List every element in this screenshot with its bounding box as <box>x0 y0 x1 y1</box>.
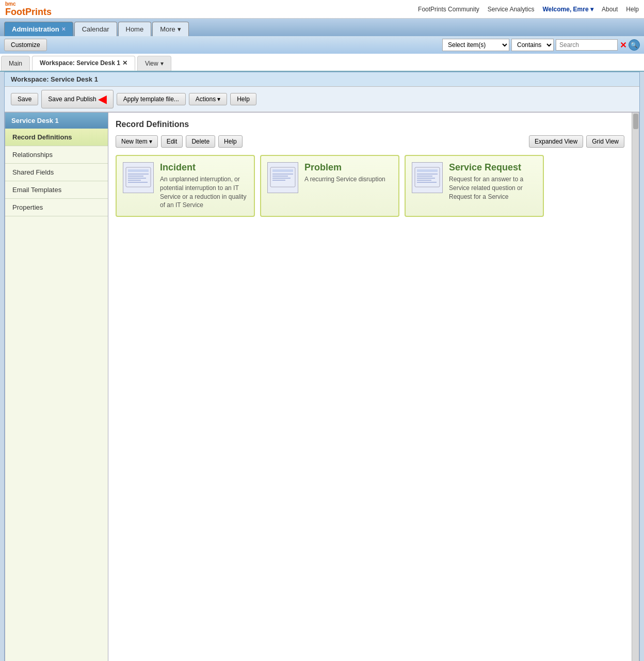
problem-text: Problem A recurring Service disruption <box>304 162 385 184</box>
sidebar-title: Service Desk 1 <box>5 113 108 129</box>
toolbar-row: Customize Select item(s) Contains ✕ 🔍 <box>0 36 644 54</box>
brand-bmc: bmc <box>5 1 52 7</box>
search-go-button[interactable]: 🔍 <box>629 39 640 51</box>
incident-text: Incident An unplanned interruption, or p… <box>160 162 248 210</box>
subtab-view[interactable]: View ▾ <box>137 56 171 71</box>
right-panel: Record Definitions New Item ▾ Edit Delet… <box>108 113 632 661</box>
welcome-user[interactable]: Welcome, Emre ▾ <box>542 6 593 13</box>
card-incident[interactable]: Incident An unplanned interruption, or p… <box>116 155 255 217</box>
action-row: Save Save and Publish ◀ Apply template f… <box>5 87 639 112</box>
cards-grid: Incident An unplanned interruption, or p… <box>116 155 624 217</box>
new-item-button[interactable]: New Item ▾ <box>116 135 158 148</box>
svg-rect-10 <box>272 176 288 177</box>
tab-administration[interactable]: Administration ✕ <box>4 22 73 36</box>
record-actions: New Item ▾ Edit Delete Help Expanded Vie… <box>116 135 624 148</box>
brand-footprints: FootPrints <box>5 7 52 18</box>
sidebar-item-email-templates[interactable]: Email Templates <box>5 181 108 199</box>
grid-view-button[interactable]: Grid View <box>586 135 624 148</box>
breadcrumb: Workspace: Service Desk 1 <box>5 72 639 87</box>
help-button[interactable]: Help <box>230 93 256 105</box>
top-nav-links: FootPrints Community Service Analytics W… <box>418 6 639 13</box>
svg-rect-16 <box>417 176 432 177</box>
more-chevron-icon: ▾ <box>178 25 181 33</box>
sidebar-item-record-definitions[interactable]: Record Definitions <box>5 129 108 146</box>
card-service-request[interactable]: Service Request Request for an answer to… <box>405 155 544 217</box>
subtab-workspace[interactable]: Workspace: Service Desk 1 ✕ <box>32 56 135 71</box>
svg-rect-1 <box>128 169 149 172</box>
svg-rect-6 <box>128 182 148 183</box>
tab-close-administration[interactable]: ✕ <box>61 26 66 32</box>
service-analytics-link[interactable]: Service Analytics <box>488 6 535 13</box>
sidebar-item-shared-fields[interactable]: Shared Fields <box>5 164 108 181</box>
actions-chevron-icon: ▾ <box>217 96 220 103</box>
svg-rect-3 <box>128 176 143 177</box>
contains-select[interactable]: Contains <box>511 39 554 51</box>
svg-rect-15 <box>417 174 438 175</box>
customize-button[interactable]: Customize <box>4 39 47 51</box>
about-link[interactable]: About <box>602 6 618 13</box>
subtab-close-workspace[interactable]: ✕ <box>122 59 127 67</box>
sidebar-item-properties[interactable]: Properties <box>5 199 108 216</box>
svg-rect-11 <box>272 178 291 179</box>
view-chevron-icon: ▾ <box>160 60 164 67</box>
actions-button[interactable]: Actions ▾ <box>189 93 227 105</box>
tab-bar: Administration ✕ Calendar Home More ▾ <box>0 19 644 36</box>
search-area: Select item(s) Contains ✕ 🔍 <box>442 39 640 51</box>
incident-icon <box>123 162 154 193</box>
svg-rect-9 <box>272 174 293 175</box>
item-select[interactable]: Select item(s) <box>442 39 509 51</box>
svg-rect-12 <box>272 180 285 181</box>
scrollbar[interactable] <box>632 113 639 661</box>
main-content: Service Desk 1 Record Definitions Relati… <box>5 112 639 661</box>
card-problem[interactable]: Problem A recurring Service disruption <box>260 155 399 217</box>
subtab-main[interactable]: Main <box>1 56 30 71</box>
tab-calendar[interactable]: Calendar <box>74 22 117 36</box>
svg-rect-18 <box>417 180 431 181</box>
tab-more[interactable]: More ▾ <box>152 22 189 36</box>
problem-icon <box>267 162 298 193</box>
service-request-text: Service Request Request for an answer to… <box>449 162 537 201</box>
sidebar: Service Desk 1 Record Definitions Relati… <box>5 113 108 661</box>
sidebar-item-relationships[interactable]: Relationships <box>5 146 108 164</box>
footprints-community-link[interactable]: FootPrints Community <box>418 6 479 13</box>
help-link[interactable]: Help <box>626 6 639 13</box>
svg-rect-14 <box>417 169 438 172</box>
service-request-icon <box>412 162 443 193</box>
svg-rect-17 <box>417 178 435 179</box>
scroll-thumb <box>633 114 638 129</box>
search-input[interactable] <box>556 39 618 51</box>
svg-rect-4 <box>128 178 146 179</box>
save-button[interactable]: Save <box>11 93 38 105</box>
panel-title: Record Definitions <box>116 120 624 129</box>
search-clear-icon[interactable]: ✕ <box>620 40 626 50</box>
subtab-row: Main Workspace: Service Desk 1 ✕ View ▾ <box>0 54 644 72</box>
edit-button[interactable]: Edit <box>161 135 183 148</box>
svg-rect-5 <box>128 180 141 181</box>
new-item-chevron-icon: ▾ <box>149 138 152 145</box>
expanded-view-button[interactable]: Expanded View <box>529 135 583 148</box>
apply-template-button[interactable]: Apply template file... <box>117 93 186 105</box>
panel-help-button[interactable]: Help <box>218 135 243 148</box>
save-publish-button[interactable]: Save and Publish ◀ <box>41 90 113 108</box>
svg-rect-8 <box>272 169 293 172</box>
svg-rect-2 <box>128 174 149 175</box>
red-arrow-indicator: ◀ <box>98 92 107 106</box>
delete-button[interactable]: Delete <box>186 135 215 148</box>
svg-rect-19 <box>417 182 437 183</box>
tab-home[interactable]: Home <box>118 22 152 36</box>
